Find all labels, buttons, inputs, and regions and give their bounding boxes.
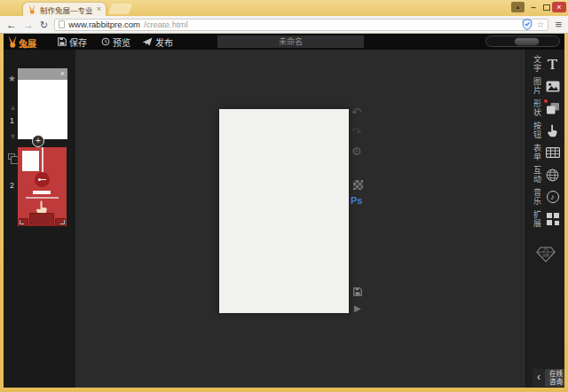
- save-button[interactable]: 保存: [58, 34, 87, 50]
- tool-shape[interactable]: 形状: [532, 99, 564, 117]
- tool-image[interactable]: 图片: [532, 77, 564, 95]
- vip-diamond-icon[interactable]: VIP: [536, 247, 556, 263]
- widgets-icon: [545, 212, 560, 227]
- tool-text[interactable]: 文字: [532, 55, 564, 73]
- page-1-thumbnail-header: ×: [18, 68, 67, 80]
- favorite-star-icon[interactable]: ★: [8, 74, 16, 83]
- rabbit-favicon-icon: [28, 4, 36, 14]
- design-canvas[interactable]: [219, 109, 349, 313]
- duplicate-page-icon[interactable]: [8, 153, 15, 160]
- thumb2-corner-right: [60, 220, 65, 224]
- browser-theme-button[interactable]: ▲: [511, 2, 525, 12]
- bookmark-star-icon[interactable]: ☆: [536, 20, 544, 29]
- url-path: /create.html: [144, 20, 188, 29]
- browser-toolbar: ← → ↻ www.rabbitpre.com /create.html ☆ ≡: [0, 16, 568, 34]
- page-2-thumbnail[interactable]: [18, 147, 67, 226]
- transparency-grid-icon[interactable]: [353, 180, 363, 190]
- zoom-slider-thumb[interactable]: [514, 37, 540, 46]
- editor-app: 兔展 保存 预览 发布 未命名 ★ ▲ 1 ▼: [4, 34, 564, 388]
- thumb2-title-bar: [33, 191, 51, 194]
- shapes-icon: [545, 101, 560, 116]
- tool-form-label: 表单: [532, 144, 542, 161]
- preview-button[interactable]: 预览: [101, 34, 130, 50]
- tab-title: 制作兔展—专业的H5制作: [40, 4, 93, 15]
- save-floppy-icon: [58, 37, 67, 46]
- preview-label: 预览: [113, 35, 130, 49]
- tool-extension-label: 扩展: [532, 210, 542, 228]
- editor-topbar: 兔展 保存 预览 发布 未命名: [4, 34, 564, 50]
- preview-clock-icon: [101, 37, 110, 46]
- tool-extension[interactable]: 扩展: [532, 210, 564, 228]
- page-number-2: 2: [10, 181, 14, 190]
- maximize-icon: [543, 4, 550, 11]
- tool-music-label: 音乐: [532, 188, 542, 206]
- shield-icon[interactable]: [522, 19, 532, 30]
- tool-music[interactable]: 音乐 ♪: [532, 188, 564, 206]
- redo-button[interactable]: ↷: [351, 126, 361, 137]
- thumb2-subtitle-bar: [26, 197, 59, 199]
- text-icon: [545, 57, 560, 72]
- logo-subtext: [20, 46, 34, 48]
- zoom-slider[interactable]: [485, 35, 560, 47]
- tool-button[interactable]: 按钮: [532, 122, 564, 139]
- tool-image-label: 图片: [532, 77, 542, 95]
- new-tab-button[interactable]: [108, 4, 132, 14]
- minimize-button[interactable]: –: [527, 2, 540, 12]
- url-host: www.rabbitpre.com: [68, 20, 140, 29]
- thumb2-circle: [35, 172, 50, 187]
- forward-button[interactable]: →: [23, 20, 34, 30]
- thumb2-podium-center: [29, 213, 54, 226]
- publish-plane-icon: [142, 37, 153, 46]
- save-draft-icon[interactable]: [353, 287, 362, 296]
- pages-panel: ★ ▲ 1 ▼ 2 × +: [4, 50, 75, 388]
- thumb2-dash: [41, 179, 46, 181]
- tool-form[interactable]: 表单: [532, 144, 564, 161]
- project-title-field[interactable]: 未命名: [217, 35, 364, 48]
- vip-label: VIP: [542, 254, 548, 258]
- move-page-down-icon[interactable]: ▼: [9, 132, 17, 141]
- publish-button[interactable]: 发布: [142, 34, 173, 50]
- image-icon: [545, 79, 560, 94]
- tool-shape-label: 形状: [532, 99, 542, 117]
- music-icon: ♪: [545, 190, 560, 205]
- back-button[interactable]: ←: [6, 20, 17, 30]
- tab-close-icon[interactable]: ×: [97, 5, 101, 13]
- online-support-button[interactable]: 在线 咨询: [545, 369, 564, 387]
- browser-menu-icon[interactable]: ≡: [555, 19, 562, 30]
- move-page-up-icon[interactable]: ▲: [9, 103, 17, 112]
- page-number-1: 1: [10, 116, 14, 125]
- tool-interaction[interactable]: 互动: [532, 166, 564, 184]
- reload-button[interactable]: ↻: [40, 20, 48, 30]
- support-label-line1: 在线: [545, 370, 564, 378]
- settings-gear-icon[interactable]: ⚙: [351, 145, 362, 157]
- publish-label: 发布: [155, 35, 173, 49]
- browser-tab[interactable]: 制作兔展—专业的H5制作 ×: [23, 3, 106, 16]
- rabbit-logo-icon: [7, 35, 18, 48]
- play-button[interactable]: ▶: [354, 302, 361, 314]
- maximize-button[interactable]: [540, 2, 553, 12]
- support-collapse-button[interactable]: ‹: [532, 369, 545, 387]
- delete-page-icon[interactable]: ×: [60, 69, 65, 78]
- thumb2-white-box: [22, 151, 39, 171]
- globe-icon: [545, 168, 560, 183]
- photoshop-import-button[interactable]: Ps: [351, 195, 362, 206]
- page-icon: [59, 20, 65, 28]
- tool-button-label: 按钮: [532, 122, 542, 139]
- browser-window: 制作兔展—专业的H5制作 × ▲ – × ← → ↻ www.rabbitpre…: [0, 0, 568, 392]
- click-hand-icon: [545, 123, 560, 138]
- new-badge: [544, 99, 548, 103]
- tool-text-label: 文字: [532, 55, 542, 73]
- tool-interaction-label: 互动: [532, 166, 542, 184]
- page-1-thumbnail[interactable]: [18, 80, 67, 139]
- address-bar[interactable]: www.rabbitpre.com /create.html ☆: [54, 19, 548, 31]
- support-label-line2: 咨询: [545, 378, 564, 386]
- save-label: 保存: [69, 35, 87, 49]
- table-icon: [545, 145, 560, 161]
- tools-sidebar: 文字 图片 形状 按钮 表单: [525, 50, 564, 388]
- close-window-button[interactable]: ×: [552, 2, 566, 12]
- undo-button[interactable]: ↶: [351, 106, 361, 118]
- add-page-button[interactable]: +: [32, 135, 44, 147]
- music-note-icon: ♪: [547, 191, 559, 203]
- thumb2-corner-left: [20, 220, 24, 224]
